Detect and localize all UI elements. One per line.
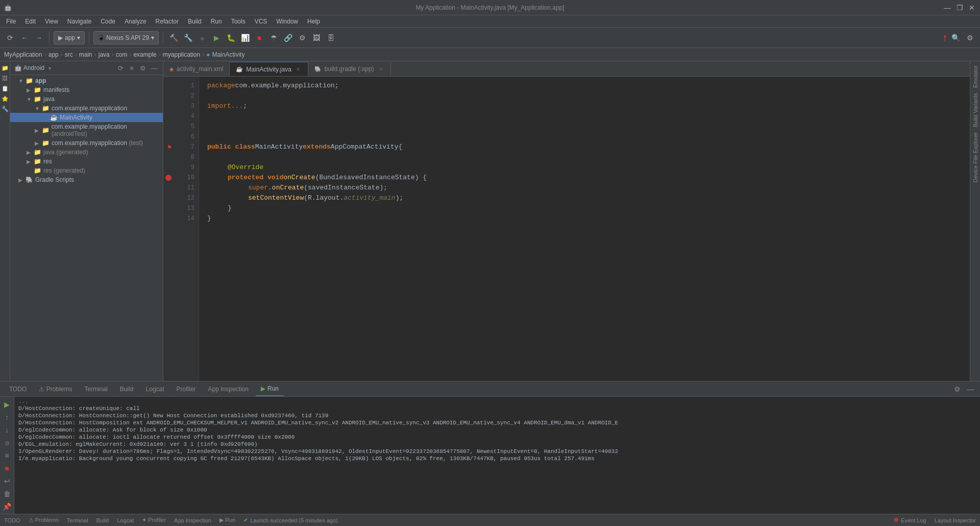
tree-item-test[interactable]: ▶ 📁 com.example.myapplication (test): [10, 138, 163, 148]
tree-item-java[interactable]: ▼ 📁 java: [10, 94, 163, 104]
status-problems[interactable]: ⚠ Problems: [29, 517, 59, 523]
search-everywhere-button[interactable]: 🔍: [949, 32, 962, 44]
close-button[interactable]: ✕: [968, 4, 976, 12]
bottom-tab-profiler[interactable]: Profiler: [172, 382, 201, 396]
code-content[interactable]: package com.example.myapplication; impor…: [199, 77, 970, 381]
status-layout-inspector[interactable]: Layout Inspector: [935, 517, 976, 523]
stop-run-button[interactable]: ■: [2, 463, 13, 473]
status-app-inspection[interactable]: App Inspection: [174, 517, 211, 523]
tree-item-gradle-scripts[interactable]: ▶ 🐘 Gradle Scripts: [10, 175, 163, 184]
menu-file[interactable]: File: [2, 17, 20, 26]
settings-button[interactable]: ⚙: [296, 32, 308, 44]
status-logcat[interactable]: Logcat: [117, 517, 134, 523]
structure-icon[interactable]: 📋: [1, 84, 10, 93]
tree-item-androidtest[interactable]: ▶ 📁 com.example.myapplication (androidTe…: [10, 122, 163, 138]
status-run[interactable]: ▶ Run: [219, 517, 235, 523]
bottom-tab-logcat[interactable]: Logcat: [141, 382, 169, 396]
menu-edit[interactable]: Edit: [21, 17, 40, 26]
status-profiler[interactable]: ✦ Profiler: [142, 517, 166, 523]
clear-button[interactable]: 🗑: [2, 488, 13, 499]
back-button[interactable]: ←: [18, 32, 31, 44]
tree-item-manifests[interactable]: ▶ 📁 manifests: [10, 85, 163, 94]
project-settings-button[interactable]: ⚙: [138, 63, 148, 73]
scroll-down-button[interactable]: ↓: [2, 424, 13, 435]
restore-button[interactable]: ❐: [955, 4, 964, 12]
tree-item-res[interactable]: ▶ 📁 res: [10, 157, 163, 166]
menu-build[interactable]: Build: [184, 17, 206, 26]
profile-button[interactable]: 📊: [239, 32, 251, 44]
menu-view[interactable]: View: [41, 17, 62, 26]
tree-item-res-gen[interactable]: 📁 res (generated): [10, 166, 163, 175]
status-todo[interactable]: TODO: [4, 517, 20, 523]
coverage-button[interactable]: ☂: [267, 32, 280, 44]
tree-item-java-gen[interactable]: ▶ 📁 java (generated): [10, 148, 163, 157]
bottom-tab-app-inspection[interactable]: App Inspection: [203, 382, 254, 396]
debug-app-button[interactable]: 🐛: [225, 32, 237, 44]
bottom-tab-terminal[interactable]: Terminal: [79, 382, 112, 396]
tab-mainactivity-java[interactable]: ☕ MainActivity.java ✕: [230, 62, 308, 76]
sync-button[interactable]: ⟳: [4, 32, 16, 44]
breadcrumb-myapplication-pkg[interactable]: myapplication: [163, 51, 200, 58]
tab-close-java[interactable]: ✕: [295, 66, 302, 73]
breakpoint-dot[interactable]: [165, 175, 172, 181]
attach-debugger-button[interactable]: 🔗: [282, 32, 294, 44]
menu-refactor[interactable]: Refactor: [152, 17, 183, 26]
bottom-tab-build[interactable]: Build: [115, 382, 139, 396]
settings-gear-button[interactable]: ⚙: [964, 32, 976, 44]
breadcrumb-app[interactable]: app: [48, 51, 59, 58]
menu-help[interactable]: Help: [303, 17, 324, 26]
close-project-panel-button[interactable]: —: [150, 63, 159, 73]
bottom-tab-run[interactable]: ▶ Run: [256, 382, 284, 396]
breadcrumb-src[interactable]: src: [65, 51, 73, 58]
layout-inspector-button[interactable]: 🖼: [310, 32, 323, 44]
format-button[interactable]: ≡: [2, 450, 13, 461]
tab-close-gradle[interactable]: ✕: [377, 65, 384, 73]
breadcrumb-mainactivity[interactable]: MainActivity: [212, 51, 244, 58]
right-tab-device-explorer[interactable]: Device File Explorer: [971, 130, 979, 184]
scroll-up-button[interactable]: ↑: [2, 412, 13, 422]
forward-button[interactable]: →: [33, 32, 45, 44]
word-wrap-button[interactable]: ↩: [2, 475, 13, 486]
bottom-minimize-button[interactable]: —: [965, 384, 976, 395]
breadcrumb-myapplication[interactable]: MyApplication: [4, 51, 42, 58]
minimize-button[interactable]: —: [943, 4, 951, 12]
tree-item-mainactivity[interactable]: ☕ MainActivity: [10, 113, 163, 122]
rerun-button[interactable]: ▶: [2, 399, 13, 410]
status-terminal[interactable]: Terminal: [67, 517, 88, 523]
sync-project-button[interactable]: ⬦: [196, 32, 208, 44]
bottom-tab-todo[interactable]: TODO: [4, 382, 32, 396]
make-project-button[interactable]: 🔨: [167, 32, 180, 44]
status-build[interactable]: Build: [96, 517, 109, 523]
device-dropdown[interactable]: 📱 Nexus S API 29 ▾: [93, 31, 159, 44]
pin-button[interactable]: 📌: [2, 501, 13, 512]
stop-button[interactable]: ■: [253, 32, 265, 44]
breadcrumb-main[interactable]: main: [79, 51, 92, 58]
right-tab-emulator[interactable]: Emulator: [971, 63, 979, 90]
run-app-button[interactable]: ▶: [210, 32, 223, 44]
breadcrumb-com[interactable]: com: [116, 51, 128, 58]
tab-activity-main-xml[interactable]: ◈ activity_main.xml: [163, 62, 230, 76]
menu-code[interactable]: Code: [96, 17, 119, 26]
tree-item-package[interactable]: ▼ 📁 com.example.myapplication: [10, 104, 163, 113]
tab-build-gradle[interactable]: 🐘 build.gradle (:app) ✕: [308, 62, 391, 76]
android-dropdown[interactable]: ▾: [48, 65, 51, 71]
breadcrumb-java[interactable]: java: [99, 51, 110, 58]
menu-analyze[interactable]: Analyze: [120, 17, 151, 26]
build-config-dropdown[interactable]: ▶ app ▾: [54, 31, 85, 44]
build-variants-icon[interactable]: 🔧: [1, 104, 10, 113]
sync-files-button[interactable]: ⟳: [116, 63, 125, 73]
menu-vcs[interactable]: VCS: [251, 17, 272, 26]
right-tab-build-variants[interactable]: Build Variants: [971, 91, 979, 129]
make-module-button[interactable]: 🔧: [182, 32, 194, 44]
menu-tools[interactable]: Tools: [227, 17, 250, 26]
project-icon[interactable]: 📁: [1, 63, 10, 73]
database-button[interactable]: 🗄: [325, 32, 337, 44]
filter-button[interactable]: ⌾: [2, 437, 13, 448]
status-event-log[interactable]: ❶ Event Log: [894, 517, 926, 523]
tree-item-app[interactable]: ▼ 📁 app: [10, 76, 163, 85]
menu-navigate[interactable]: Navigate: [63, 17, 95, 26]
bottom-settings-button[interactable]: ⚙: [951, 384, 963, 395]
favorites-icon[interactable]: ⭐: [1, 94, 10, 103]
breadcrumb-example[interactable]: example: [133, 51, 156, 58]
collapse-all-button[interactable]: ≡: [127, 63, 136, 73]
